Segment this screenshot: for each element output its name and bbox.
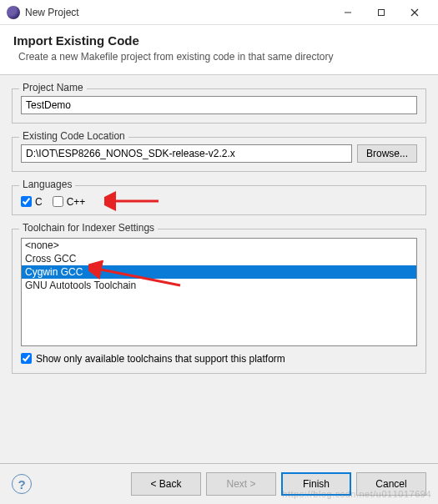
project-name-group: Project Name xyxy=(12,88,426,123)
page-title: Import Existing Code xyxy=(13,33,425,48)
toolchain-item[interactable]: Cross GCC xyxy=(22,252,416,265)
language-cpp-option[interactable]: C++ xyxy=(53,196,86,208)
toolchain-item[interactable]: Cygwin GCC xyxy=(22,265,416,279)
next-button[interactable]: Next > xyxy=(206,472,276,496)
browse-button[interactable]: Browse... xyxy=(357,144,417,163)
toolchain-group: Toolchain for Indexer Settings <none>Cro… xyxy=(12,229,426,374)
wizard-banner: Import Existing Code Create a new Makefi… xyxy=(0,25,438,75)
language-c-checkbox[interactable] xyxy=(21,196,32,207)
show-only-row[interactable]: Show only available toolchains that supp… xyxy=(21,353,417,365)
svg-line-2 xyxy=(411,9,418,16)
project-name-input[interactable] xyxy=(21,96,417,114)
languages-label: Languages xyxy=(19,179,75,190)
wizard-content: Project Name Existing Code Location Brow… xyxy=(0,75,438,463)
code-location-input[interactable] xyxy=(21,144,352,163)
page-description: Create a new Makefile project from exist… xyxy=(13,51,425,64)
language-cpp-checkbox[interactable] xyxy=(53,196,63,207)
toolchain-item[interactable]: <none> xyxy=(22,239,416,252)
language-c-option[interactable]: C xyxy=(21,196,43,208)
show-only-label: Show only available toolchains that supp… xyxy=(36,353,285,365)
window-title: New Project xyxy=(25,7,331,18)
svg-rect-1 xyxy=(379,9,385,15)
watermark-text: https://blog.csdn.net/u011017694 xyxy=(282,489,431,499)
toolchain-label: Toolchain for Indexer Settings xyxy=(19,222,158,234)
code-location-group: Existing Code Location Browse... xyxy=(12,137,426,172)
close-button[interactable] xyxy=(398,1,431,24)
window-body: Import Existing Code Create a new Makefi… xyxy=(0,25,438,504)
help-icon[interactable]: ? xyxy=(12,474,32,494)
show-only-checkbox[interactable] xyxy=(21,353,32,364)
window-controls xyxy=(331,1,431,24)
minimize-button[interactable] xyxy=(331,1,365,24)
svg-line-3 xyxy=(411,9,418,16)
language-cpp-label: C++ xyxy=(67,196,86,208)
eclipse-icon xyxy=(7,6,20,19)
toolchain-list[interactable]: <none>Cross GCCCygwin GCCGNU Autotools T… xyxy=(21,238,417,346)
code-location-label: Existing Code Location xyxy=(19,130,128,142)
languages-group: Languages C C++ xyxy=(12,185,426,215)
project-name-label: Project Name xyxy=(19,82,87,93)
annotation-arrow-icon xyxy=(104,191,163,211)
language-c-label: C xyxy=(35,196,43,208)
toolchain-item[interactable]: GNU Autotools Toolchain xyxy=(22,279,416,292)
back-button[interactable]: < Back xyxy=(131,472,201,496)
titlebar: New Project xyxy=(0,0,438,25)
maximize-button[interactable] xyxy=(365,1,398,24)
